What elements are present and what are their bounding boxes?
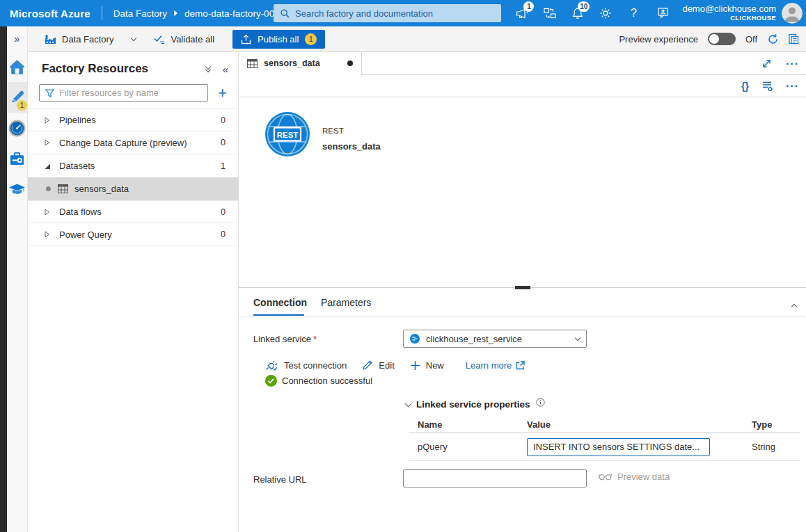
breadcrumb-arrow-icon: [174, 10, 177, 16]
connection-panel: Connection Parameters Linked service* cl…: [239, 288, 806, 531]
chevron-down-icon: [131, 35, 136, 40]
help-button[interactable]: ?: [619, 0, 647, 26]
add-resource-button[interactable]: +: [215, 86, 230, 101]
left-edge-strip: [0, 26, 7, 532]
factory-resources-panel: Factory Resources « +: [28, 52, 239, 532]
tree-item-count: 0: [221, 115, 226, 125]
home-icon: [9, 60, 25, 74]
linked-service-properties-toggle[interactable]: Linked service properties: [406, 399, 545, 410]
account-tenant: CLICKHOUSE: [682, 15, 776, 22]
notifications-button[interactable]: 10: [564, 0, 592, 26]
linked-service-actions: Test connection Edit New Lea: [265, 360, 525, 371]
filter-resources-box[interactable]: [39, 84, 208, 102]
collapse-panel-button[interactable]: [792, 300, 796, 311]
plug-icon: [265, 360, 278, 371]
breadcrumb-factory[interactable]: demo-data-factory-00: [184, 8, 274, 19]
global-search[interactable]: [274, 4, 501, 22]
tree-item-label: Power Query: [59, 229, 221, 240]
tab-sensors-data[interactable]: sensors_data: [239, 52, 362, 75]
nav-home[interactable]: [7, 51, 27, 82]
tree-item-data-flows[interactable]: Data flows 0: [28, 200, 238, 223]
nav-monitor[interactable]: [7, 113, 27, 143]
azure-data-factory-app: Microsoft Azure Data Factory demo-data-f…: [0, 0, 806, 532]
validate-icon: [154, 34, 165, 45]
expand-editor-button[interactable]: [761, 58, 772, 69]
rest-dataset-icon: REST: [264, 111, 310, 157]
tab-parameters[interactable]: Parameters: [321, 297, 371, 308]
publish-all-button[interactable]: Publish all 1: [232, 30, 325, 49]
tree-item-count: 1: [221, 161, 226, 171]
announcements-badge: 1: [523, 1, 534, 12]
svg-text:REST: REST: [277, 131, 299, 139]
toolbox-icon: [9, 152, 25, 166]
column-name: Name: [418, 419, 527, 430]
announcements-button[interactable]: 1: [508, 0, 536, 26]
new-button[interactable]: New: [410, 360, 444, 371]
learn-more-link[interactable]: Learn more: [466, 360, 525, 371]
property-type: String: [752, 442, 775, 452]
preview-experience-toggle[interactable]: [708, 33, 736, 45]
tree-item-power-query[interactable]: Power Query 0: [28, 223, 238, 246]
topbar-actions: 1 10 ? demo@clickhouse.com CLICKHOUSE: [508, 0, 806, 26]
validate-all-button[interactable]: Validate all: [154, 34, 214, 45]
tree-item-count: 0: [221, 229, 226, 239]
filter-resources-input[interactable]: [59, 88, 202, 98]
nav-learning[interactable]: [7, 174, 27, 204]
dataset-table-icon: [58, 184, 68, 193]
nav-author[interactable]: 1: [7, 82, 27, 113]
resources-tree: Pipelines 0 Change Data Capture (preview…: [28, 108, 238, 246]
nav-manage[interactable]: [7, 143, 27, 174]
rest-dataset-card[interactable]: REST REST sensors_data: [264, 111, 381, 157]
expand-diagonal-icon: [761, 58, 772, 69]
switch-directory-button[interactable]: [536, 0, 564, 26]
left-nav-rail: » 1: [7, 26, 28, 532]
refresh-button[interactable]: [767, 33, 779, 45]
learn-more-label: Learn more: [466, 360, 512, 371]
collapse-panel-button[interactable]: «: [223, 64, 228, 74]
search-input[interactable]: [295, 8, 494, 19]
factory-menu[interactable]: Data Factory: [45, 34, 136, 45]
dataset-editor: sensors_data ··· {}: [239, 52, 806, 532]
double-chevron-right-icon: »: [15, 33, 20, 45]
edit-button[interactable]: Edit: [362, 360, 394, 371]
account-info[interactable]: demo@clickhouse.com CLICKHOUSE: [682, 4, 776, 22]
azure-brand[interactable]: Microsoft Azure: [0, 8, 102, 19]
test-connection-button[interactable]: Test connection: [265, 360, 347, 371]
linked-service-value: clickhouse_rest_service: [426, 334, 569, 344]
preview-data-button[interactable]: Preview data: [599, 471, 670, 482]
feedback-button[interactable]: [647, 0, 675, 26]
expand-rail-button[interactable]: »: [7, 26, 27, 51]
linked-service-icon: [410, 334, 420, 344]
collapsed-arrow-icon: [45, 139, 49, 146]
author-badge: 1: [17, 100, 27, 111]
tree-item-pipelines[interactable]: Pipelines 0: [28, 108, 238, 131]
relative-url-input[interactable]: [403, 469, 587, 487]
factory-icon: [45, 34, 56, 45]
tree-item-count: 0: [221, 138, 226, 147]
dataset-canvas: REST REST sensors_data: [239, 97, 806, 288]
property-value-input[interactable]: [527, 438, 710, 456]
person-icon: [782, 3, 803, 24]
tree-item-sensors-data[interactable]: sensors_data: [28, 177, 238, 200]
tab-connection[interactable]: Connection: [253, 297, 307, 308]
linked-service-dropdown[interactable]: clickhouse_rest_service: [403, 330, 587, 348]
code-view-button[interactable]: {}: [741, 81, 749, 92]
breadcrumb-app[interactable]: Data Factory: [113, 8, 167, 19]
toggle-state-label: Off: [745, 34, 757, 45]
avatar[interactable]: [782, 3, 803, 24]
tree-item-change-data-capture[interactable]: Change Data Capture (preview) 0: [28, 131, 238, 154]
editor-tab-strip: sensors_data ···: [239, 52, 806, 75]
command-bar: Data Factory Validate all Publish all 1 …: [28, 26, 806, 52]
tree-item-datasets[interactable]: Datasets 1: [28, 154, 238, 177]
glasses-icon: [599, 473, 612, 481]
feedback-clipboard-button[interactable]: [789, 33, 799, 45]
settings-button[interactable]: [592, 0, 619, 26]
tree-item-label: Datasets: [59, 161, 221, 171]
properties-button[interactable]: [761, 81, 773, 92]
gear-icon: [599, 7, 612, 19]
collapsed-arrow-icon: [45, 117, 49, 124]
expand-all-button[interactable]: [206, 67, 210, 72]
new-label: New: [426, 360, 444, 371]
notifications-badge: 10: [578, 1, 590, 12]
list-gear-icon: [761, 81, 773, 92]
